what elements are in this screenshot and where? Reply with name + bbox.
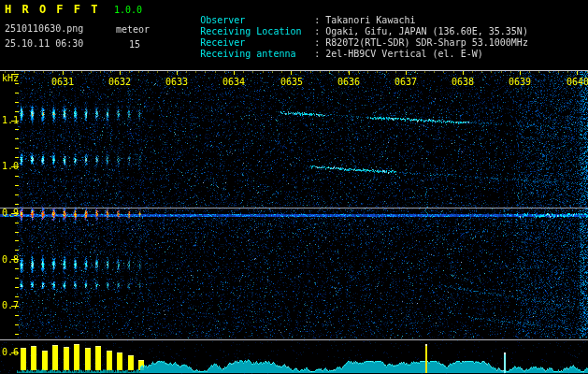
- station-info: Observer: Takanori Kawachi Receiving Loc…: [166, 4, 528, 49]
- info-value: : Ogaki, Gifu, JAPAN (136.60E, 35.35N): [314, 26, 528, 36]
- x-tick-label: 0640: [566, 77, 588, 87]
- y-tick-label: 0.6: [2, 347, 19, 357]
- x-tick-label: 0634: [222, 77, 245, 87]
- info-row-observer: Observer: Takanori Kawachi: [166, 4, 528, 15]
- info-value: : R820T2(RTL-SDR) SDR-Sharp 53.1000MHz: [314, 37, 528, 48]
- info-value: : 2el-HB9CV Vertical (el. E-W): [314, 49, 483, 59]
- mode-label: meteor: [116, 24, 150, 35]
- info-value: : Takanori Kawachi: [314, 15, 415, 25]
- x-tick-label: 0632: [108, 77, 131, 87]
- x-tick-label: 0635: [280, 77, 303, 87]
- y-axis-unit: kHz: [2, 73, 19, 83]
- output-filename: 2510110630.png: [5, 23, 83, 34]
- info-label: Receiver: [200, 37, 314, 49]
- x-tick-label: 0636: [337, 77, 360, 87]
- y-tick-label: 1.0: [2, 161, 19, 171]
- x-tick-label: 0631: [51, 77, 74, 87]
- info-label: Receiving antenna: [200, 49, 314, 60]
- y-tick-label: 0.7: [2, 300, 19, 310]
- y-tick-label: 1.1: [2, 115, 19, 125]
- x-tick-label: 0637: [394, 77, 417, 87]
- echo-count: 15: [129, 39, 140, 50]
- info-label: Receiving Location: [200, 26, 314, 37]
- info-label: Observer: [200, 15, 314, 26]
- x-tick-label: 0638: [452, 77, 474, 87]
- x-tick-label: 0639: [509, 77, 531, 87]
- y-tick-label: 0.8: [2, 254, 19, 265]
- app-title: H R O F F T: [5, 3, 99, 16]
- observation-datetime: 25.10.11 06:30: [5, 38, 83, 49]
- y-tick-label: 0.9: [2, 208, 19, 218]
- x-tick-label: 0633: [165, 77, 188, 87]
- app-version: 1.0.0: [114, 5, 142, 15]
- hrofft-output-window: H R O F F T 1.0.0 2510110630.png meteor …: [0, 0, 588, 374]
